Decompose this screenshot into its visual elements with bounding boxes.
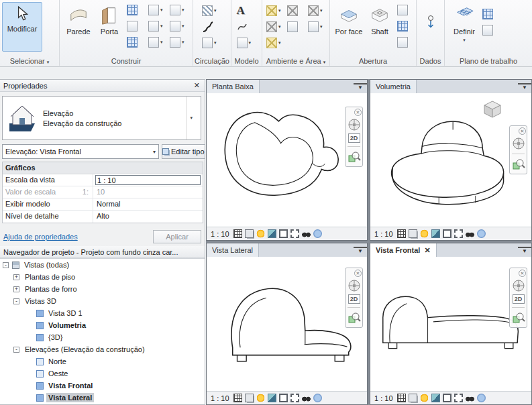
tag-area-button[interactable]: ▾ <box>307 21 327 32</box>
level-button[interactable] <box>417 0 444 30</box>
tree-item-plantas-piso[interactable]: + Plantas de piso <box>0 271 205 283</box>
tree-item-3d[interactable]: {3D} <box>0 331 205 343</box>
zoom-icon[interactable] <box>348 150 361 164</box>
navigation-bar[interactable]: ✕ <box>509 125 527 174</box>
detail-level-field[interactable]: Alto <box>95 211 201 222</box>
temporary-hide-isolate-icon[interactable] <box>466 229 474 238</box>
set-workplane-button[interactable]: Definir ▾ <box>449 2 480 52</box>
sun-path-icon[interactable] <box>256 394 265 402</box>
show-crop-region-icon[interactable] <box>454 394 463 402</box>
viewport-vista-frontal[interactable]: Vista Frontal ✕ ▼ ✕ <box>370 243 532 405</box>
navigation-bar[interactable]: ✕ 2D <box>509 268 527 328</box>
stair-button[interactable] <box>201 21 223 33</box>
floor-button[interactable]: ▾ <box>168 21 190 32</box>
viewcube-icon[interactable] <box>480 97 504 120</box>
section-graficos[interactable]: Gráficos <box>3 162 203 174</box>
edit-type-button[interactable]: Editar tipo <box>162 144 205 159</box>
modify-button[interactable]: Modificar <box>2 2 42 52</box>
tree-item-vista-3d-1[interactable]: Vista 3D 1 <box>0 307 205 319</box>
crop-view-icon[interactable] <box>443 229 451 238</box>
shadows-icon[interactable] <box>431 229 440 238</box>
tab-planta-baixa[interactable]: Planta Baixa <box>207 80 260 93</box>
crop-view-icon[interactable] <box>279 394 288 402</box>
color-scheme-button[interactable]: ▾ <box>265 38 286 48</box>
component-button[interactable]: ▾ <box>147 5 168 15</box>
tree-toggle[interactable]: - <box>3 262 9 268</box>
visual-style-icon[interactable] <box>245 229 254 238</box>
reveal-hidden-elements-icon[interactable] <box>477 394 486 402</box>
display-model-field[interactable]: Normal <box>95 199 201 209</box>
shaft-opening-button[interactable]: Shaft <box>365 2 394 52</box>
temporary-hide-isolate-icon[interactable] <box>302 394 311 402</box>
opening-by-face-button[interactable]: Por face <box>334 2 364 52</box>
shadows-icon[interactable] <box>431 394 440 402</box>
shadows-icon[interactable] <box>268 394 276 402</box>
door-button[interactable]: Porta <box>95 2 124 52</box>
crop-view-icon[interactable] <box>443 394 451 402</box>
curtain-grid-button[interactable]: ▾ <box>147 37 168 48</box>
tag-room-button[interactable]: ▾ <box>307 5 327 16</box>
tree-item-elevacoes[interactable]: - Elevações (Elevação da construção) <box>0 343 205 355</box>
detail-level-icon[interactable] <box>397 229 406 238</box>
curtain-system-button[interactable] <box>125 37 147 48</box>
tree-toggle[interactable]: + <box>13 286 19 292</box>
2d-wheel-icon[interactable]: 2D <box>348 133 360 143</box>
visual-style-icon[interactable] <box>409 394 417 402</box>
show-crop-region-icon[interactable] <box>290 394 299 402</box>
ceiling-button[interactable]: ▾ <box>147 21 168 32</box>
area-boundary-button[interactable] <box>286 21 307 32</box>
model-group-button[interactable]: ▾ <box>235 38 258 48</box>
viewport-planta-baixa[interactable]: Planta Baixa ▼ ✕ 2D <box>206 79 368 241</box>
view-scale[interactable]: 1 : 10 <box>374 230 393 238</box>
railing-button[interactable]: ▾ <box>201 5 223 16</box>
area-button[interactable]: ▾ <box>265 21 286 32</box>
viewport-volumetria[interactable]: Volumetria ▼ ✕ <box>370 79 532 241</box>
panel-label-selecionar[interactable]: Selecionar ▾ <box>0 57 59 65</box>
tree-item-vistas-3d[interactable]: - Vistas 3D <box>0 295 205 307</box>
tab-vista-lateral[interactable]: Vista Lateral <box>207 243 259 257</box>
sun-path-icon[interactable] <box>256 229 265 238</box>
ramp-button[interactable]: ▾ <box>201 38 223 48</box>
view-scale[interactable]: 1 : 10 <box>211 394 229 402</box>
steering-wheel-icon[interactable] <box>348 118 361 131</box>
steering-wheel-icon[interactable] <box>348 279 361 292</box>
navbar-close-icon[interactable]: ✕ <box>519 127 526 135</box>
sun-path-icon[interactable] <box>420 394 429 402</box>
view-scale[interactable]: 1 : 10 <box>211 230 229 238</box>
zoom-icon[interactable] <box>348 311 361 325</box>
view-menu-icon[interactable]: ▼ <box>518 83 531 90</box>
view-canvas[interactable]: ✕ <box>370 93 531 227</box>
detail-level-icon[interactable] <box>397 394 406 402</box>
model-text-button[interactable]: A <box>235 4 258 17</box>
navigation-bar[interactable]: ✕ 2D <box>345 107 363 167</box>
view-scale[interactable]: 1 : 10 <box>374 394 393 402</box>
view-canvas[interactable]: ✕ 2D <box>370 257 531 391</box>
view-menu-icon[interactable]: ▼ <box>354 83 367 90</box>
2d-wheel-icon[interactable]: 2D <box>513 294 525 304</box>
window-button[interactable] <box>125 5 147 15</box>
show-workplane-button[interactable] <box>481 9 498 19</box>
navbar-close-icon[interactable]: ✕ <box>519 270 526 277</box>
tab-vista-frontal[interactable]: Vista Frontal ✕ <box>370 243 437 257</box>
navbar-close-icon[interactable]: ✕ <box>354 109 362 116</box>
view-canvas[interactable]: ✕ 2D <box>207 93 367 227</box>
type-selector[interactable]: Elevação Elevação da construção ▾ <box>2 96 201 140</box>
zoom-icon[interactable] <box>512 311 525 325</box>
temporary-hide-isolate-icon[interactable] <box>302 229 311 238</box>
navbar-close-icon[interactable]: ✕ <box>354 270 362 277</box>
reveal-hidden-elements-icon[interactable] <box>477 229 486 238</box>
type-selector-arrow[interactable]: ▾ <box>187 97 195 139</box>
tree-item-plantas-forro[interactable]: + Plantas de forro <box>0 283 205 295</box>
tree-toggle[interactable]: + <box>13 274 19 280</box>
navigation-bar[interactable]: ✕ 2D <box>345 268 363 328</box>
steering-wheel-icon[interactable] <box>512 137 525 150</box>
mullion-button[interactable]: ▾ <box>168 37 190 48</box>
instance-filter-combo[interactable]: Elevação: Vista Frontal ▾ <box>2 144 159 159</box>
tree-item-vistas-todas[interactable]: - Vistas (todas) <box>0 259 205 271</box>
show-crop-region-icon[interactable] <box>454 229 463 238</box>
steering-wheel-icon[interactable] <box>512 279 525 292</box>
visual-style-icon[interactable] <box>245 394 254 402</box>
tree-item-oeste[interactable]: Oeste <box>0 367 205 380</box>
model-line-button[interactable] <box>235 21 258 32</box>
properties-help-link[interactable]: Ajuda de propriedades <box>3 233 78 241</box>
